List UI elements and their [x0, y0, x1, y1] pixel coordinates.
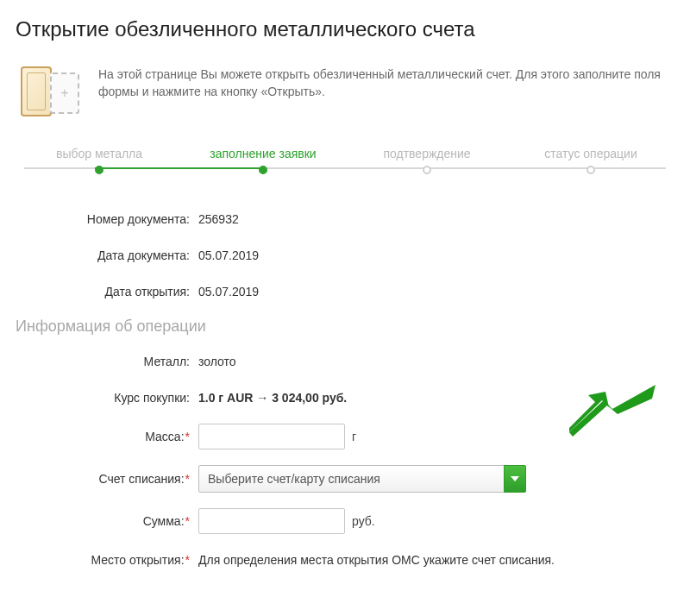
label-mass: Масса:* [16, 430, 198, 443]
value-doc-date: 05.07.2019 [198, 248, 674, 262]
label-doc-number: Номер документа: [16, 212, 198, 226]
row-place: Место открытия:* Для определения места о… [16, 550, 674, 570]
account-select[interactable]: Выберите счет/карту списания [198, 465, 526, 493]
row-mass: Масса:* г [16, 424, 674, 449]
label-metal: Металл: [16, 355, 198, 368]
row-metal: Металл: золото [16, 351, 674, 372]
value-rate: 1.0 г AUR → 3 024,00 руб. [198, 391, 674, 405]
step-status: статус операции [509, 147, 673, 174]
row-doc-number: Номер документа: 256932 [16, 209, 674, 229]
mass-unit: г [352, 430, 356, 443]
intro-text: На этой странице Вы можете открыть обезл… [98, 64, 674, 101]
value-open-date: 05.07.2019 [198, 285, 674, 299]
value-metal: золото [198, 355, 674, 368]
row-account: Счет списания:* Выберите счет/карту спис… [16, 465, 674, 493]
add-placeholder-icon: + [50, 72, 79, 114]
row-open-date: Дата открытия: 05.07.2019 [16, 281, 674, 302]
intro-block: + На этой странице Вы можете открыть обе… [16, 64, 674, 121]
label-open-date: Дата открытия: [16, 285, 198, 299]
page-title: Открытие обезличенного металлического сч… [16, 17, 674, 41]
mass-input[interactable] [198, 424, 345, 449]
section-title-operation: Информация об операции [16, 317, 674, 336]
row-doc-date: Дата документа: 05.07.2019 [16, 245, 674, 266]
label-account: Счет списания:* [16, 472, 198, 486]
label-sum: Сумма:* [16, 514, 198, 528]
sum-unit: руб. [352, 514, 375, 528]
sum-input[interactable] [198, 508, 345, 534]
step-fill-form: заполнение заявки [181, 147, 345, 174]
label-rate: Курс покупки: [16, 391, 198, 405]
progress-steps: выбор металла заполнение заявки подтверж… [16, 147, 674, 174]
step-confirm: подтверждение [345, 147, 509, 174]
row-sum: Сумма:* руб. [16, 508, 674, 534]
value-doc-number: 256932 [198, 212, 674, 226]
label-doc-date: Дата документа: [16, 248, 198, 262]
step-select-metal: выбор металла [17, 147, 181, 174]
gold-bar-icon: + [16, 64, 83, 121]
row-rate: Курс покупки: 1.0 г AUR → 3 024,00 руб. [16, 387, 674, 408]
value-place-hint: Для определения места открытия ОМС укажи… [198, 553, 674, 567]
label-place: Место открытия:* [16, 553, 198, 567]
